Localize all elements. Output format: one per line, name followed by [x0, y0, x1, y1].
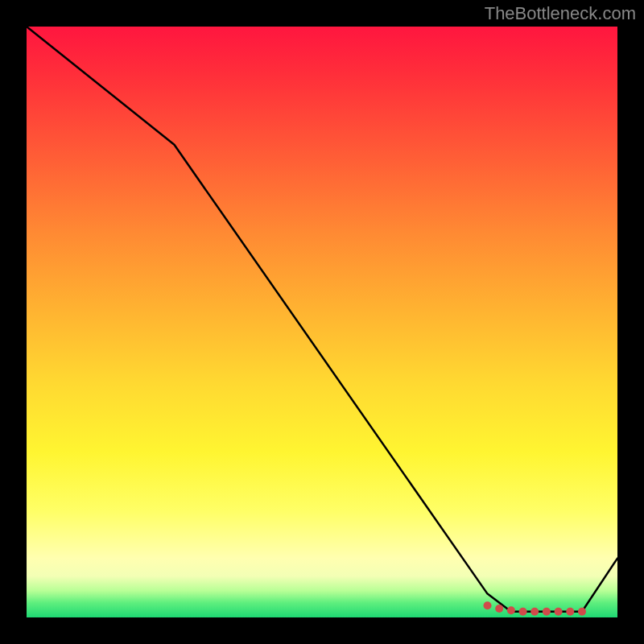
marker-dot	[484, 601, 492, 609]
marker-dot	[519, 608, 527, 616]
marker-dot	[566, 608, 574, 616]
chart-frame: TheBottleneck.com	[0, 0, 644, 644]
marker-dot	[578, 608, 586, 616]
marker-dot	[495, 605, 503, 613]
marker-dot	[507, 606, 515, 614]
attribution-label: TheBottleneck.com	[485, 3, 636, 24]
chart-overlay	[27, 27, 617, 617]
marker-dot	[555, 608, 563, 616]
main-curve	[27, 27, 617, 612]
marker-dot	[530, 608, 539, 616]
plot-area	[27, 27, 617, 617]
marker-dot	[543, 608, 551, 616]
marker-group	[484, 601, 587, 615]
